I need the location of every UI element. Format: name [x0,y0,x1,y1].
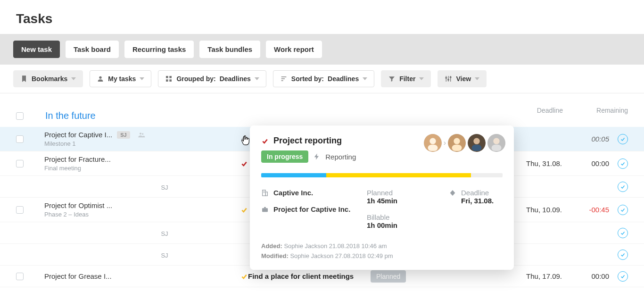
svg-rect-5 [281,76,286,77]
complete-button[interactable] [618,205,628,215]
grid-icon [165,75,173,83]
building-icon [261,189,269,197]
check-icon [240,273,248,280]
svg-rect-21 [428,145,438,151]
view-dropdown[interactable]: View [438,70,487,87]
sorted-by-value: Deadlines [328,75,359,83]
cursor-icon [240,134,251,149]
remaining-cell: -00:45 [562,206,609,214]
svg-rect-35 [262,208,268,212]
avatar[interactable] [468,134,486,152]
row-checkbox[interactable] [16,273,24,280]
complete-button[interactable] [618,250,628,260]
sorted-by-label: Sorted by: [291,75,324,83]
task-board-button[interactable]: Task board [66,41,119,58]
page-title: Tasks [0,0,644,34]
billable-value: 1h 00min [367,221,397,229]
complete-button[interactable] [618,158,628,169]
chevron-down-icon [475,77,479,80]
company-name: Captive Inc. [273,189,313,197]
svg-point-13 [450,76,452,78]
planned-badge: Planned [371,270,406,283]
person-icon [97,75,104,83]
bookmark-icon [20,75,28,83]
svg-point-29 [493,138,499,144]
svg-rect-6 [281,78,284,79]
bookmarks-dropdown[interactable]: Bookmarks [13,70,83,87]
row-checkbox[interactable] [16,160,24,167]
svg-rect-3 [166,79,168,82]
progress-bar [261,173,503,177]
task-name: Find a place for client meetings [248,272,371,280]
chevron-down-icon [255,77,259,80]
avatar[interactable] [424,134,442,152]
deadline-cell: Thu, 17.09. [505,272,562,280]
svg-point-12 [448,79,449,81]
sort-icon [280,75,288,83]
billable-label: Billable [367,213,389,221]
planned-label: Planned [367,189,393,197]
chevron-down-icon [363,77,367,80]
project-name: Project for Captive Inc. [273,205,350,213]
complete-button[interactable] [618,134,628,144]
work-report-button[interactable]: Work report [266,41,322,58]
svg-point-15 [142,133,143,134]
remaining-cell: 00:00 [562,159,609,167]
grouped-by-dropdown[interactable]: Grouped by: Deadlines [158,70,266,87]
my-tasks-label: My tasks [108,75,136,83]
svg-rect-4 [170,79,172,82]
select-all-checkbox[interactable] [16,112,24,120]
user-initials: SJ [91,230,238,237]
briefcase-icon [261,206,269,213]
svg-rect-2 [170,76,172,78]
project-title: Project for Optimist ... [44,201,238,209]
remaining-cell: 00:05 [562,135,609,143]
task-bundles-button[interactable]: Task bundles [199,41,260,58]
user-badge: SJ [117,131,130,139]
deadline-value: Fri, 31.08. [461,197,494,205]
svg-point-23 [454,138,460,144]
planned-value: 1h 45min [367,197,397,205]
modified-value: Sophie Jackson 27.08.2018 02:49 pm [290,252,393,259]
project-sub: Final meeting [44,165,238,172]
chevron-down-icon [419,77,424,80]
row-checkbox[interactable] [16,135,24,143]
chevron-right-icon: › [444,139,446,147]
recurring-tasks-button[interactable]: Recurring tasks [124,41,194,58]
grouped-by-value: Deadlines [220,75,251,83]
project-sub: Milestone 1 [44,140,238,147]
avatar[interactable] [487,134,505,152]
group-title[interactable]: In the future [45,110,96,121]
complete-button[interactable] [618,228,628,238]
deadline-cell: Thu, 10.09. [505,206,562,214]
filter-icon [388,75,396,83]
bookmarks-label: Bookmarks [32,75,67,83]
row-checkbox[interactable] [16,206,24,214]
check-icon [240,160,248,167]
project-title: Project for Grease I... [44,272,238,280]
grouped-by-label: Grouped by: [176,75,215,83]
sliders-icon [445,75,452,83]
check-icon [261,137,269,145]
filter-label: Filter [399,75,415,83]
complete-button[interactable] [618,271,628,282]
deadline-cell: Thu, 31.08. [505,159,562,167]
svg-point-11 [446,77,447,79]
avatar[interactable] [448,134,466,152]
svg-point-20 [429,138,436,144]
sorted-by-dropdown[interactable]: Sorted by: Deadlines [273,70,374,87]
remaining-header: Remaining [586,107,628,114]
progress-segment-blue [261,173,326,177]
filter-dropdown[interactable]: Filter [381,70,431,87]
progress-segment-yellow [326,173,471,177]
diamond-icon [449,189,456,197]
my-tasks-dropdown[interactable]: My tasks [90,70,151,87]
new-task-button[interactable]: New task [13,41,60,58]
complete-button[interactable] [618,182,628,192]
svg-point-0 [99,76,102,79]
svg-point-26 [473,138,479,144]
panel-title: Project reporting [273,136,342,146]
meta-info: Added: Sophie Jackson 21.08.2018 10:46 a… [261,242,503,261]
svg-rect-32 [265,192,267,196]
filter-bar: Bookmarks My tasks Grouped by: Deadlines… [0,65,644,93]
